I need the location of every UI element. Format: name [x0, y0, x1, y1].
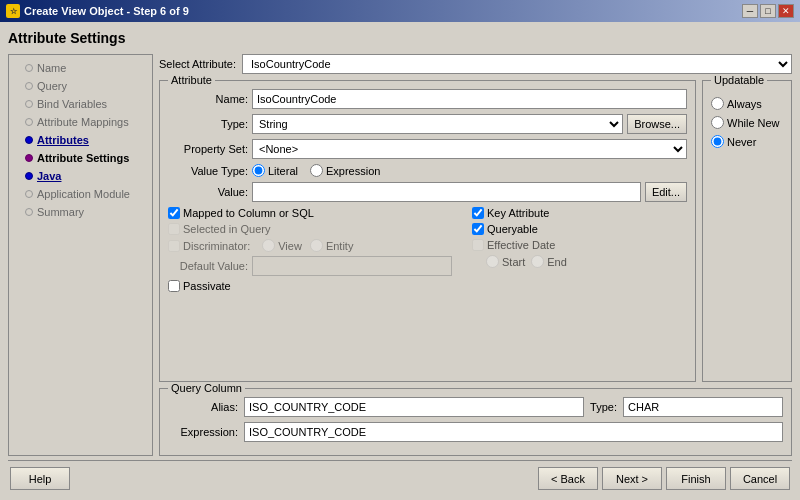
select-attribute-wrapper: IsoCountryCode: [242, 54, 792, 74]
next-button[interactable]: Next >: [602, 467, 662, 490]
updatable-options: Always While New Never: [711, 97, 783, 148]
default-value-input: [252, 256, 452, 276]
name-row: Name:: [168, 89, 687, 109]
never-radio-item[interactable]: Never: [711, 135, 783, 148]
sidebar-item-attribute-settings[interactable]: Attribute Settings: [9, 149, 152, 167]
property-set-select[interactable]: <None>: [252, 139, 687, 159]
select-attribute-row: Select Attribute: IsoCountryCode: [159, 54, 792, 74]
while-new-radio[interactable]: [711, 116, 724, 129]
discriminator-checkbox: [168, 240, 180, 252]
select-attribute-dropdown[interactable]: IsoCountryCode: [242, 54, 792, 74]
qc-type-label: Type:: [590, 401, 617, 413]
end-label: End: [547, 256, 567, 268]
cancel-button[interactable]: Cancel: [730, 467, 790, 490]
query-column-panel-title: Query Column: [168, 382, 245, 394]
effective-date-checkbox: [472, 239, 484, 251]
never-label: Never: [727, 136, 756, 148]
name-input[interactable]: [252, 89, 687, 109]
discriminator-checkbox-item[interactable]: Discriminator:: [168, 240, 250, 252]
dot-java: [25, 172, 33, 180]
end-radio: [531, 255, 544, 268]
title-bar: ☆ Create View Object - Step 6 of 9 ─ □ ✕: [0, 0, 800, 22]
updatable-panel: Updatable Always While New Never: [702, 80, 792, 382]
edit-button[interactable]: Edit...: [645, 182, 687, 202]
left-checks: Mapped to Column or SQL Selected in Quer…: [168, 207, 452, 292]
view-radio: [262, 239, 275, 252]
entity-radio-item[interactable]: Entity: [310, 239, 354, 252]
dot-app-module: [25, 190, 33, 198]
alias-input[interactable]: [244, 397, 584, 417]
help-button[interactable]: Help: [10, 467, 70, 490]
dot-query: [25, 82, 33, 90]
main-window: Attribute Settings Name Query Bind Varia…: [0, 22, 800, 500]
property-set-label: Property Set:: [168, 143, 248, 155]
start-end-row: Start End: [472, 255, 567, 268]
expression-label: Expression:: [168, 426, 238, 438]
selected-checkbox-item[interactable]: Selected in Query: [168, 223, 452, 235]
finish-button[interactable]: Finish: [666, 467, 726, 490]
value-label: Value:: [168, 186, 248, 198]
expression-radio[interactable]: [310, 164, 323, 177]
literal-radio[interactable]: [252, 164, 265, 177]
key-attribute-checkbox-item[interactable]: Key Attribute: [472, 207, 567, 219]
maximize-button[interactable]: □: [760, 4, 776, 18]
mapped-checkbox[interactable]: [168, 207, 180, 219]
type-label: Type:: [168, 118, 248, 130]
entity-label: Entity: [326, 240, 354, 252]
literal-radio-item[interactable]: Literal: [252, 164, 298, 177]
expression-input[interactable]: [244, 422, 783, 442]
value-input[interactable]: [252, 182, 641, 202]
default-value-row: Default Value:: [168, 256, 452, 276]
bottom-bar: Help < Back Next > Finish Cancel: [8, 460, 792, 492]
qc-type-input[interactable]: [623, 397, 783, 417]
queryable-checkbox[interactable]: [472, 223, 484, 235]
dot-bind: [25, 100, 33, 108]
value-row: Value: Edit...: [168, 182, 687, 202]
literal-label: Literal: [268, 165, 298, 177]
view-radio-item[interactable]: View: [262, 239, 302, 252]
always-radio-item[interactable]: Always: [711, 97, 783, 110]
sidebar-item-query: Query: [9, 77, 152, 95]
sidebar-item-summary: Summary: [9, 203, 152, 221]
key-attribute-label: Key Attribute: [487, 207, 549, 219]
attribute-panel: Attribute Name: Type: String Browse...: [159, 80, 696, 382]
mapped-checkbox-item[interactable]: Mapped to Column or SQL: [168, 207, 452, 219]
title-bar-text: Create View Object - Step 6 of 9: [24, 5, 189, 17]
dot-attr-map: [25, 118, 33, 126]
while-new-radio-item[interactable]: While New: [711, 116, 783, 129]
sidebar-item-application-module: Application Module: [9, 185, 152, 203]
never-radio[interactable]: [711, 135, 724, 148]
back-button[interactable]: < Back: [538, 467, 598, 490]
passivate-checkbox[interactable]: [168, 280, 180, 292]
value-type-label: Value Type:: [168, 165, 248, 177]
sidebar-item-java[interactable]: Java: [9, 167, 152, 185]
effective-date-checkbox-item[interactable]: Effective Date: [472, 239, 567, 251]
minimize-button[interactable]: ─: [742, 4, 758, 18]
app-icon: ☆: [6, 4, 20, 18]
sidebar: Name Query Bind Variables Attribute Mapp…: [8, 54, 153, 456]
qc-expression-row: Expression:: [168, 422, 783, 442]
always-radio[interactable]: [711, 97, 724, 110]
name-label: Name:: [168, 93, 248, 105]
type-row: Type: String Browse...: [168, 114, 687, 134]
sidebar-item-bind-variables: Bind Variables: [9, 95, 152, 113]
sidebar-item-attributes[interactable]: Attributes: [9, 131, 152, 149]
qc-alias-row: Alias: Type:: [168, 397, 783, 417]
while-new-label: While New: [727, 117, 780, 129]
key-attribute-checkbox[interactable]: [472, 207, 484, 219]
queryable-checkbox-item[interactable]: Queryable: [472, 223, 567, 235]
dot-name: [25, 64, 33, 72]
start-radio-item: Start: [486, 255, 525, 268]
alias-label: Alias:: [168, 401, 238, 413]
close-button[interactable]: ✕: [778, 4, 794, 18]
discriminator-row: Discriminator: View Entity: [168, 239, 452, 252]
browse-button[interactable]: Browse...: [627, 114, 687, 134]
sidebar-item-attribute-mappings: Attribute Mappings: [9, 113, 152, 131]
expression-radio-item[interactable]: Expression: [310, 164, 380, 177]
query-column-panel: Query Column Alias: Type: Expression:: [159, 388, 792, 456]
type-select[interactable]: String: [252, 114, 623, 134]
effective-date-label: Effective Date: [487, 239, 555, 251]
start-radio: [486, 255, 499, 268]
end-radio-item: End: [531, 255, 567, 268]
passivate-checkbox-item[interactable]: Passivate: [168, 280, 452, 292]
